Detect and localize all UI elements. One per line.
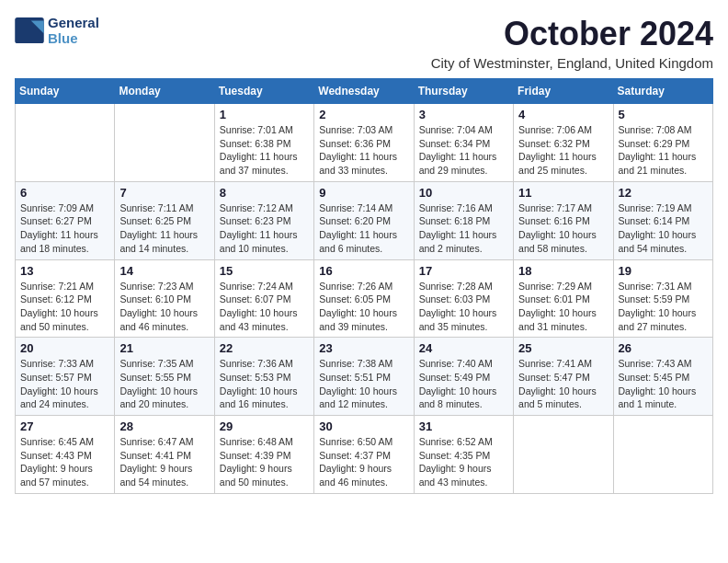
day-info: Sunrise: 7:41 AM Sunset: 5:47 PM Dayligh… xyxy=(518,357,608,411)
calendar-cell: 17Sunrise: 7:28 AM Sunset: 6:03 PM Dayli… xyxy=(414,259,513,338)
day-number: 12 xyxy=(619,186,708,200)
day-number: 26 xyxy=(619,341,708,355)
week-row-5: 27Sunrise: 6:45 AM Sunset: 4:43 PM Dayli… xyxy=(16,416,713,494)
calendar-cell: 16Sunrise: 7:26 AM Sunset: 6:05 PM Dayli… xyxy=(314,259,414,338)
day-number: 10 xyxy=(419,186,508,200)
calendar-cell: 7Sunrise: 7:11 AM Sunset: 6:25 PM Daylig… xyxy=(115,181,214,259)
calendar-cell xyxy=(613,416,712,494)
weekday-header-tuesday: Tuesday xyxy=(214,79,313,104)
day-number: 13 xyxy=(20,264,109,278)
day-number: 1 xyxy=(220,108,309,121)
day-info: Sunrise: 7:24 AM Sunset: 6:07 PM Dayligh… xyxy=(220,280,309,334)
day-number: 23 xyxy=(319,341,408,355)
day-info: Sunrise: 7:31 AM Sunset: 5:59 PM Dayligh… xyxy=(619,280,708,334)
day-number: 4 xyxy=(518,108,608,121)
day-number: 30 xyxy=(319,419,408,433)
day-info: Sunrise: 7:06 AM Sunset: 6:32 PM Dayligh… xyxy=(518,123,608,178)
day-number: 17 xyxy=(419,264,508,278)
calendar-cell: 22Sunrise: 7:36 AM Sunset: 5:53 PM Dayli… xyxy=(214,338,313,416)
week-row-2: 6Sunrise: 7:09 AM Sunset: 6:27 PM Daylig… xyxy=(16,181,713,259)
weekday-header-row: SundayMondayTuesdayWednesdayThursdayFrid… xyxy=(16,79,713,104)
calendar-cell: 20Sunrise: 7:33 AM Sunset: 5:57 PM Dayli… xyxy=(16,338,115,416)
day-number: 7 xyxy=(119,186,209,200)
calendar-cell: 9Sunrise: 7:14 AM Sunset: 6:20 PM Daylig… xyxy=(314,181,414,259)
calendar-cell: 11Sunrise: 7:17 AM Sunset: 6:16 PM Dayli… xyxy=(514,181,613,259)
day-info: Sunrise: 7:14 AM Sunset: 6:20 PM Dayligh… xyxy=(319,201,408,256)
day-number: 5 xyxy=(619,108,708,121)
day-number: 25 xyxy=(518,341,608,355)
calendar-cell: 4Sunrise: 7:06 AM Sunset: 6:32 PM Daylig… xyxy=(514,104,613,182)
day-number: 22 xyxy=(220,341,309,355)
weekday-header-wednesday: Wednesday xyxy=(314,79,414,104)
day-number: 8 xyxy=(220,186,309,200)
calendar-cell xyxy=(115,104,214,182)
day-info: Sunrise: 6:50 AM Sunset: 4:37 PM Dayligh… xyxy=(319,435,408,489)
day-info: Sunrise: 7:04 AM Sunset: 6:34 PM Dayligh… xyxy=(419,123,508,178)
weekday-header-monday: Monday xyxy=(115,79,214,104)
calendar-cell: 27Sunrise: 6:45 AM Sunset: 4:43 PM Dayli… xyxy=(16,416,115,494)
day-info: Sunrise: 7:19 AM Sunset: 6:14 PM Dayligh… xyxy=(619,201,708,256)
day-number: 16 xyxy=(319,264,408,278)
calendar-cell: 8Sunrise: 7:12 AM Sunset: 6:23 PM Daylig… xyxy=(214,181,313,259)
logo: General Blue xyxy=(15,15,99,46)
day-info: Sunrise: 6:45 AM Sunset: 4:43 PM Dayligh… xyxy=(20,435,109,489)
day-number: 27 xyxy=(20,419,109,433)
calendar-table: SundayMondayTuesdayWednesdayThursdayFrid… xyxy=(15,78,713,494)
day-info: Sunrise: 7:26 AM Sunset: 6:05 PM Dayligh… xyxy=(319,280,408,334)
day-info: Sunrise: 7:03 AM Sunset: 6:36 PM Dayligh… xyxy=(319,123,408,178)
day-info: Sunrise: 6:48 AM Sunset: 4:39 PM Dayligh… xyxy=(220,435,309,489)
calendar-cell xyxy=(514,416,613,494)
calendar-cell: 26Sunrise: 7:43 AM Sunset: 5:45 PM Dayli… xyxy=(613,338,712,416)
location-title: City of Westminster, England, United Kin… xyxy=(431,55,713,71)
day-info: Sunrise: 7:28 AM Sunset: 6:03 PM Dayligh… xyxy=(419,280,508,334)
day-info: Sunrise: 7:21 AM Sunset: 6:12 PM Dayligh… xyxy=(20,280,109,334)
day-info: Sunrise: 6:47 AM Sunset: 4:41 PM Dayligh… xyxy=(119,435,209,489)
calendar-cell: 18Sunrise: 7:29 AM Sunset: 6:01 PM Dayli… xyxy=(514,259,613,338)
day-number: 19 xyxy=(619,264,708,278)
weekday-header-saturday: Saturday xyxy=(613,79,712,104)
calendar-cell: 31Sunrise: 6:52 AM Sunset: 4:35 PM Dayli… xyxy=(414,416,513,494)
calendar-cell: 10Sunrise: 7:16 AM Sunset: 6:18 PM Dayli… xyxy=(414,181,513,259)
day-info: Sunrise: 7:11 AM Sunset: 6:25 PM Dayligh… xyxy=(119,201,209,256)
day-info: Sunrise: 7:29 AM Sunset: 6:01 PM Dayligh… xyxy=(518,280,608,334)
weekday-header-sunday: Sunday xyxy=(16,79,115,104)
calendar-cell: 6Sunrise: 7:09 AM Sunset: 6:27 PM Daylig… xyxy=(16,181,115,259)
calendar-cell: 3Sunrise: 7:04 AM Sunset: 6:34 PM Daylig… xyxy=(414,104,513,182)
calendar-cell: 24Sunrise: 7:40 AM Sunset: 5:49 PM Dayli… xyxy=(414,338,513,416)
calendar-cell: 23Sunrise: 7:38 AM Sunset: 5:51 PM Dayli… xyxy=(314,338,414,416)
day-info: Sunrise: 7:17 AM Sunset: 6:16 PM Dayligh… xyxy=(518,201,608,256)
calendar-cell: 12Sunrise: 7:19 AM Sunset: 6:14 PM Dayli… xyxy=(613,181,712,259)
day-info: Sunrise: 7:43 AM Sunset: 5:45 PM Dayligh… xyxy=(619,357,708,411)
week-row-3: 13Sunrise: 7:21 AM Sunset: 6:12 PM Dayli… xyxy=(16,259,713,338)
calendar-cell: 19Sunrise: 7:31 AM Sunset: 5:59 PM Dayli… xyxy=(613,259,712,338)
day-number: 11 xyxy=(518,186,608,200)
day-number: 18 xyxy=(518,264,608,278)
day-number: 21 xyxy=(119,341,209,355)
calendar-cell: 15Sunrise: 7:24 AM Sunset: 6:07 PM Dayli… xyxy=(214,259,313,338)
weekday-header-friday: Friday xyxy=(514,79,613,104)
month-title: October 2024 xyxy=(431,15,713,53)
day-number: 14 xyxy=(119,264,209,278)
calendar-cell: 14Sunrise: 7:23 AM Sunset: 6:10 PM Dayli… xyxy=(115,259,214,338)
calendar-cell: 21Sunrise: 7:35 AM Sunset: 5:55 PM Dayli… xyxy=(115,338,214,416)
calendar-cell: 28Sunrise: 6:47 AM Sunset: 4:41 PM Dayli… xyxy=(115,416,214,494)
calendar-cell: 25Sunrise: 7:41 AM Sunset: 5:47 PM Dayli… xyxy=(514,338,613,416)
weekday-header-thursday: Thursday xyxy=(414,79,513,104)
week-row-4: 20Sunrise: 7:33 AM Sunset: 5:57 PM Dayli… xyxy=(16,338,713,416)
day-info: Sunrise: 6:52 AM Sunset: 4:35 PM Dayligh… xyxy=(419,435,508,489)
day-info: Sunrise: 7:08 AM Sunset: 6:29 PM Dayligh… xyxy=(619,123,708,178)
logo-icon xyxy=(15,17,44,43)
day-info: Sunrise: 7:36 AM Sunset: 5:53 PM Dayligh… xyxy=(220,357,309,411)
calendar-cell: 5Sunrise: 7:08 AM Sunset: 6:29 PM Daylig… xyxy=(613,104,712,182)
day-info: Sunrise: 7:01 AM Sunset: 6:38 PM Dayligh… xyxy=(220,123,309,178)
calendar-cell: 30Sunrise: 6:50 AM Sunset: 4:37 PM Dayli… xyxy=(314,416,414,494)
day-number: 6 xyxy=(20,186,109,200)
day-info: Sunrise: 7:33 AM Sunset: 5:57 PM Dayligh… xyxy=(20,357,109,411)
logo-text: General Blue xyxy=(48,15,99,46)
calendar-cell xyxy=(16,104,115,182)
day-info: Sunrise: 7:40 AM Sunset: 5:49 PM Dayligh… xyxy=(419,357,508,411)
day-number: 3 xyxy=(419,108,508,121)
day-number: 2 xyxy=(319,108,408,121)
calendar-cell: 1Sunrise: 7:01 AM Sunset: 6:38 PM Daylig… xyxy=(214,104,313,182)
day-number: 28 xyxy=(119,419,209,433)
